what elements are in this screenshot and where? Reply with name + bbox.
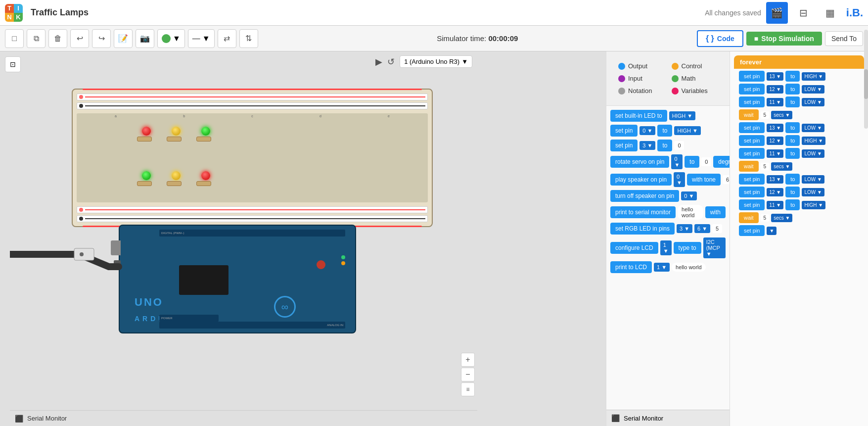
palette-item-variables[interactable]: Variables [670,86,720,95]
rgb-val2[interactable]: 5 [712,224,722,233]
code-set-pin-12-low[interactable]: set pin 12 ▼ to LOW ▼ [739,84,864,95]
dropdown-high-2[interactable]: HIGH ▼ [674,126,700,135]
code-wait-5-1[interactable]: wait 5 secs ▼ [739,109,864,120]
grid-icon-btn[interactable]: ▦ [820,2,841,24]
capture-button[interactable]: 📷 [136,29,154,48]
code-button[interactable]: { } Code [697,30,743,47]
cb-dd-low-6[interactable]: LOW ▼ [802,188,824,196]
dropdown-pin-0-1[interactable]: 0 ▼ [640,126,655,135]
line-style-picker[interactable]: — ▼ [188,29,215,48]
cb-dd-13-2[interactable]: 13 ▼ [767,124,783,132]
new-button[interactable]: □ [5,29,24,48]
cb-dd-low-1[interactable]: LOW ▼ [802,85,824,94]
cb-dd-low-5[interactable]: LOW ▼ [802,175,824,184]
cb-dd-12-2[interactable]: 12 ▼ [767,137,783,145]
code-set-pin-11-low-2[interactable]: set pin 11 ▼ to LOW ▼ [739,148,864,159]
dropdown-pin-3[interactable]: 3 ▼ [640,141,655,150]
code-set-pin-11-low[interactable]: set pin 11 ▼ to LOW ▼ [739,96,864,107]
block-print-serial[interactable]: print to serial monitor hello world with [610,205,726,220]
cb-dd-secs-1[interactable]: secs ▼ [771,111,792,119]
dropdown-rgb-pin[interactable]: 3 ▼ [677,224,692,233]
cb-dd-high-3[interactable]: HIGH ▼ [802,201,825,209]
cb-dd-secs-2[interactable]: secs ▼ [771,162,792,171]
dropdown-rgb-val1[interactable]: 6 ▼ [694,224,710,233]
zoom-out-button[interactable]: − [461,368,475,381]
block-set-pin-3-0[interactable]: set pin 3 ▼ to 0 [610,140,726,151]
cb-dd-12-1[interactable]: 12 ▼ [767,85,783,94]
cb-dd-partial[interactable]: ▼ [767,227,777,235]
lcd-value[interactable]: hello world [672,263,706,272]
color-picker[interactable]: ▼ [157,29,185,48]
code-set-pin-11-high[interactable]: set pin 11 ▼ to HIGH ▼ [739,199,864,210]
dropdown-lcd-type[interactable]: I2C (MCP ▼ [703,237,726,258]
film-icon-btn[interactable]: 🎬 [766,2,788,24]
delete-button[interactable]: 🗑 [48,29,67,48]
block-play-speaker[interactable]: play speaker on pin 0 ▼ with tone 6 [610,172,726,187]
block-set-pin-0-high[interactable]: set pin 0 ▼ to HIGH ▼ [610,125,726,137]
cb-dd-13-1[interactable]: 13 ▼ [767,72,783,81]
block-turn-off-speaker[interactable]: turn off speaker on pin 0 ▼ [610,190,726,202]
dropdown-high-1[interactable]: HIGH ▼ [669,111,695,120]
copy-button[interactable]: ⧉ [27,29,46,48]
code-set-pin-partial[interactable]: set pin ▼ [739,225,864,236]
cb-dd-secs-3[interactable]: secs ▼ [771,214,792,222]
cb-dd-12-3[interactable]: 12 ▼ [767,188,783,196]
palette-item-notation[interactable]: Notation [616,86,667,95]
cb-dd-low-3[interactable]: LOW ▼ [802,124,824,132]
serial-monitor-palette[interactable]: ⬛ Serial Monitor [606,410,730,426]
wait-val-1[interactable]: 5 [761,111,770,119]
cb-dd-high-2[interactable]: HIGH ▼ [802,137,825,145]
palette-item-math[interactable]: Math [670,74,720,83]
cb-dd-low-2[interactable]: LOW ▼ [802,98,824,106]
palette-item-input[interactable]: Input [616,74,667,83]
value-0[interactable]: 0 [674,141,684,150]
block-set-rgb[interactable]: set RGB LED in pins 3 ▼ 6 ▼ 5 [610,223,726,235]
device-selector[interactable]: 1 (Arduino Uno R3) ▼ [400,55,472,68]
redo-button[interactable]: ↪ [92,29,111,48]
block-print-lcd[interactable]: print to LCD 1 ▼ hello world [610,261,726,273]
servo-value[interactable]: 0 [701,157,711,166]
dropdown-speaker-pin[interactable]: 0 ▼ [674,172,685,187]
code-wait-5-3[interactable]: wait 5 secs ▼ [739,212,864,223]
cb-dd-11-3[interactable]: 11 ▼ [767,201,783,209]
block-configure-lcd[interactable]: configure LCD 1 ▼ type to I2C (MCP ▼ [610,237,726,258]
scrollbar-thumb[interactable] [864,69,868,99]
serial-monitor-bar[interactable]: ⬛ Serial Monitor [10,410,477,426]
stop-simulation-button[interactable]: ■ Stop Simulation [746,32,822,46]
dropdown-lcd-num[interactable]: 1 ▼ [660,240,672,255]
tone-value[interactable]: 6 [723,175,730,184]
note-button[interactable]: 📝 [114,29,133,48]
code-set-pin-12-high[interactable]: set pin 12 ▼ to HIGH ▼ [739,135,864,146]
dropdown-servo-pin[interactable]: 0 ▼ [671,154,683,169]
cb-dd-low-4[interactable]: LOW ▼ [802,149,824,158]
cb-dd-high-1[interactable]: HIGH ▼ [802,72,825,81]
cb-dd-13-3[interactable]: 13 ▼ [767,175,783,184]
dropdown-lcd-print-num[interactable]: 1 ▼ [654,263,670,272]
zoom-reset-button[interactable]: ≡ [461,382,475,396]
wait-val-2[interactable]: 5 [761,163,770,170]
block-set-builtin-led[interactable]: set built-in LED to HIGH ▼ [610,110,726,122]
serial-value[interactable]: hello world [678,205,703,220]
cb-dd-11-2[interactable]: 11 ▼ [767,149,783,158]
zoom-in-button[interactable]: + [461,353,475,367]
palette-item-control[interactable]: Control [670,61,720,71]
palette-item-output[interactable]: Output [616,61,667,71]
flip-h-button[interactable]: ⇄ [218,29,236,48]
dropdown-speaker-off-pin[interactable]: 0 ▼ [681,191,697,200]
flip-v-button[interactable]: ⇅ [239,29,258,48]
cb-dd-11-1[interactable]: 11 ▼ [767,98,783,106]
code-wait-5-2[interactable]: wait 5 secs ▼ [739,161,864,172]
code-set-pin-12-low-2[interactable]: set pin 12 ▼ to LOW ▼ [739,187,864,197]
undo-button[interactable]: ↩ [70,29,89,48]
send-to-button[interactable]: Send To [825,31,863,46]
code-set-pin-13-high[interactable]: set pin 13 ▼ to HIGH ▼ [739,71,864,82]
refresh-button[interactable]: ↺ [387,55,395,68]
wait-val-3[interactable]: 5 [761,214,770,222]
canvas-area[interactable]: ▶ ↺ 1 (Arduino Uno R3) ▼ ⊡ [0,51,606,426]
block-rotate-servo[interactable]: rotate servo on pin 0 ▼ to 0 degre [610,154,726,169]
toggle-icon-btn[interactable]: ⊟ [793,2,815,24]
ib-button[interactable]: i.B. [846,6,863,19]
code-set-pin-13-low[interactable]: set pin 13 ▼ to LOW ▼ [739,122,864,133]
play-button[interactable]: ▶ [375,55,382,68]
code-set-pin-13-low-2[interactable]: set pin 13 ▼ to LOW ▼ [739,174,864,185]
